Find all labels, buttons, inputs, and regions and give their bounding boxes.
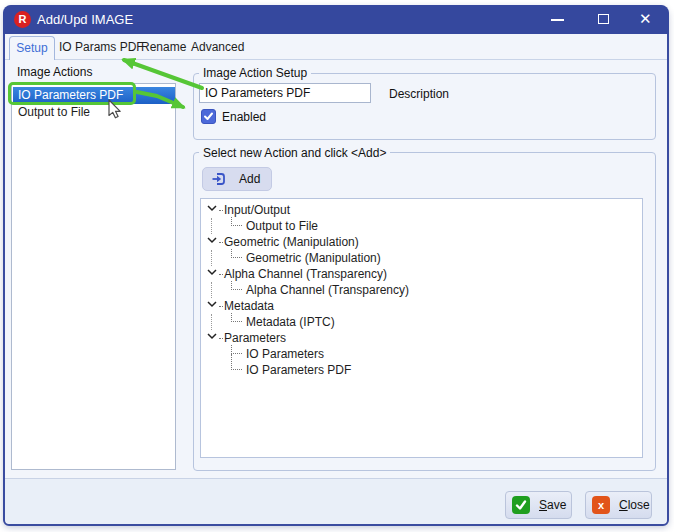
tree-connector (211, 282, 212, 298)
tree-node-label: Geometric (Manipulation) (246, 250, 381, 266)
tree-connector (219, 210, 223, 211)
minimize-icon[interactable] (551, 19, 564, 21)
maximize-icon[interactable] (598, 14, 609, 24)
action-name-input[interactable] (199, 83, 371, 103)
check-icon (203, 111, 214, 122)
tree-node-io-parameters-pdf[interactable]: IO Parameters PDF (200, 362, 640, 378)
chevron-down-icon (207, 205, 217, 212)
tree-connector (231, 281, 242, 290)
description-label: Description (389, 87, 449, 101)
add-button[interactable]: Add (202, 167, 272, 191)
window-title: Add/Upd IMAGE (37, 12, 133, 27)
tab-io-params-pdf[interactable]: IO Params PDF (59, 40, 144, 54)
close-button[interactable]: x Close (585, 491, 652, 519)
tree-node-label: Metadata (224, 298, 274, 314)
tree-connector (211, 314, 212, 330)
tree-node-label: Parameters (224, 330, 286, 346)
tab-setup[interactable]: Setup (9, 36, 55, 60)
tree-connector (231, 313, 242, 322)
chevron-down-icon (207, 269, 217, 276)
annotation-highlight-box (8, 82, 136, 105)
close-button-label: Close (619, 498, 650, 512)
tree-connector (219, 274, 223, 275)
tree-node-output-to-file[interactable]: Output to File (200, 218, 640, 234)
enabled-checkbox[interactable] (201, 109, 216, 124)
add-button-label: Add (239, 172, 260, 186)
tree-node-label: Input/Output (224, 202, 290, 218)
image-action-setup-title: Image Action Setup (199, 66, 311, 80)
save-button[interactable]: Save (505, 491, 572, 519)
enabled-label: Enabled (222, 110, 266, 124)
tree-node-metadata[interactable]: Metadata (200, 298, 640, 314)
tree-connector (219, 242, 223, 243)
tree-node-label: IO Parameters PDF (246, 362, 351, 378)
tree-connector (219, 338, 223, 339)
tree-node-label: Alpha Channel (Transparency) (224, 266, 387, 282)
tree-connector (211, 250, 212, 266)
tree-node-alpha-channel-child[interactable]: Alpha Channel (Transparency) (200, 282, 640, 298)
app-logo-icon: R (14, 11, 31, 28)
tree-node-parameters[interactable]: Parameters (200, 330, 640, 346)
chevron-down-icon (207, 237, 217, 244)
tree-node-label: Geometric (Manipulation) (224, 234, 359, 250)
tree-node-geometric[interactable]: Geometric (Manipulation) (200, 234, 640, 250)
chevron-down-icon (207, 301, 217, 308)
tree-node-metadata-iptc[interactable]: Metadata (IPTC) (200, 314, 640, 330)
chevron-down-icon (207, 333, 217, 340)
tree-node-label: Output to File (246, 218, 318, 234)
image-actions-label: Image Actions (17, 65, 92, 79)
tree-node-geometric-child[interactable]: Geometric (Manipulation) (200, 250, 640, 266)
save-check-icon (512, 496, 530, 514)
tab-rename[interactable]: Rename (141, 40, 186, 54)
screenshot-stage: R Add/Upd IMAGE ✕ Setup IO Params PDF Re… (0, 0, 674, 532)
select-new-action-title: Select new Action and click <Add> (199, 146, 390, 160)
tree-node-label: Alpha Channel (Transparency) (246, 282, 409, 298)
save-button-label: Save (539, 498, 566, 512)
close-x-icon: x (592, 496, 610, 514)
tree-node-label: IO Parameters (246, 346, 324, 362)
tree-connector (231, 217, 242, 226)
tabbar-divider (5, 59, 667, 60)
tab-advanced[interactable]: Advanced (191, 40, 244, 54)
tree-node-alpha-channel[interactable]: Alpha Channel (Transparency) (200, 266, 640, 282)
tree-connector (231, 361, 242, 370)
tree-node-io-parameters[interactable]: IO Parameters (200, 346, 640, 362)
tree-node-label: Metadata (IPTC) (246, 314, 335, 330)
tree-node-input-output[interactable]: Input/Output (200, 202, 640, 218)
list-item-output-to-file[interactable]: Output to File (13, 104, 175, 121)
close-icon[interactable]: ✕ (639, 10, 652, 28)
add-import-icon (211, 171, 227, 187)
tree-connector (219, 306, 223, 307)
tree-connector (211, 218, 212, 234)
image-actions-list[interactable]: IO Parameters PDF Output to File (11, 83, 176, 470)
tree-connector (231, 249, 242, 258)
tree-connector (231, 345, 242, 354)
